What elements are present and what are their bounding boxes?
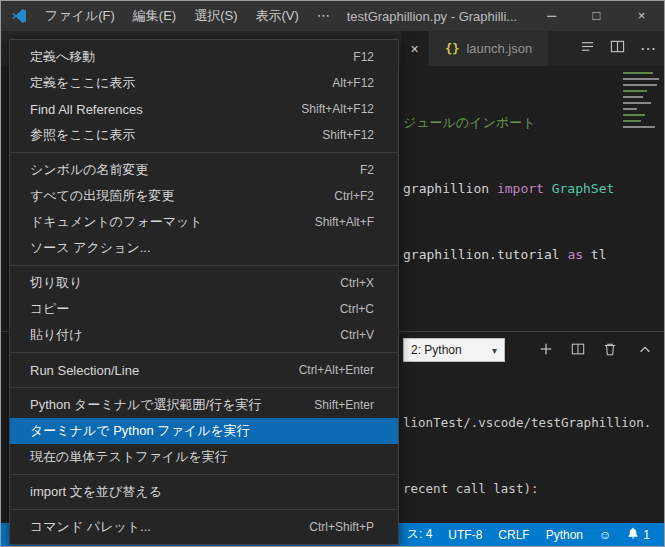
kill-terminal-trash-icon[interactable] [603, 342, 617, 360]
menu-item-shortcut: Shift+Alt+F12 [301, 102, 374, 116]
menu-item-shortcut: Ctrl+Shift+P [309, 520, 374, 534]
menu-item-label: シンボルの名前変更 [30, 161, 149, 179]
menu-item-rename-symbol[interactable]: シンボルの名前変更F2 [10, 157, 398, 183]
split-editor-icon[interactable] [610, 39, 625, 58]
menu-bar: ファイル(F) 編集(E) 選択(S) 表示(V) ⋯ [36, 1, 339, 31]
chevron-down-icon: ▾ [492, 345, 497, 356]
menu-item-shortcut: Shift+Enter [314, 398, 374, 412]
more-actions-icon[interactable]: ⋯ [640, 31, 656, 66]
menu-item-label: ターミナルで Python ファイルを実行 [30, 422, 250, 440]
code-segment: tl [583, 247, 606, 262]
language-indicator[interactable]: Python [538, 528, 591, 542]
menu-item-run-current-unit-test-file[interactable]: 現在の単体テストファイルを実行 [10, 444, 398, 470]
menu-item-shortcut: Shift+Alt+F [315, 215, 374, 229]
menu-item-shortcut: Alt+F12 [332, 76, 374, 90]
menu-item-format-document[interactable]: ドキュメントのフォーマットShift+Alt+F [10, 209, 398, 235]
feedback-smiley-icon[interactable]: ☺ [591, 528, 619, 542]
menu-item-label: 定義へ移動 [30, 48, 95, 66]
code-line: graphillion import GraphSet [403, 178, 614, 200]
menu-item-command-palette[interactable]: コマンド パレット...Ctrl+Shift+P [10, 514, 398, 540]
menu-item-paste[interactable]: 貼り付けCtrl+V [10, 322, 398, 348]
vscode-window: ファイル(F) 編集(E) 選択(S) 表示(V) ⋯ testGraphill… [0, 0, 665, 547]
menu-separator [10, 265, 398, 266]
new-terminal-icon[interactable] [539, 342, 553, 360]
menu-item-label: 切り取り [30, 274, 83, 292]
code-segment: graphillion.tutorial [403, 247, 567, 262]
code-line [403, 310, 614, 332]
menu-item-label: Python ターミナルで選択範囲/行を実行 [30, 396, 262, 414]
vscode-logo-icon [10, 7, 28, 25]
menu-selection[interactable]: 選択(S) [185, 1, 246, 31]
menu-view[interactable]: 表示(V) [247, 1, 308, 31]
menu-item-run-python-file-in-terminal[interactable]: ターミナルで Python ファイルを実行 [10, 418, 398, 444]
menu-item-find-all-references[interactable]: Find All ReferencesShift+Alt+F12 [10, 96, 398, 122]
menu-item-label: ドキュメントのフォーマット [30, 213, 203, 231]
menu-separator [10, 387, 398, 388]
menu-item-sort-imports[interactable]: import 文を並び替える [10, 479, 398, 505]
terminal-output[interactable]: lionTest/.vscode/testGraphillion. recent… [403, 368, 659, 547]
active-tab-close-icon[interactable]: × [401, 31, 428, 66]
encoding-indicator[interactable]: UTF-8 [440, 528, 490, 542]
tab-launch-json[interactable]: {} launch.json [428, 31, 548, 66]
notification-count: 1 [643, 528, 650, 542]
terminal-selector-value: 2: Python [411, 343, 462, 357]
bell-icon [627, 527, 639, 542]
menu-item-shortcut: Ctrl+F2 [334, 189, 374, 203]
open-editors-icon[interactable] [580, 39, 595, 58]
menu-separator [10, 509, 398, 510]
menu-item-run-selection-in-python-terminal[interactable]: Python ターミナルで選択範囲/行を実行Shift+Enter [10, 392, 398, 418]
menu-item-peek-definition[interactable]: 定義をここに表示Alt+F12 [10, 70, 398, 96]
menu-item-shortcut: Ctrl+V [340, 328, 374, 342]
terminal-line: recent call last): [403, 478, 659, 500]
terminal-selector[interactable]: 2: Python ▾ [403, 338, 505, 362]
close-button[interactable]: × [619, 1, 664, 31]
menu-item-label: 現在の単体テストファイルを実行 [30, 448, 228, 466]
code-segment: ジュールのインポート [403, 115, 535, 130]
menu-item-shortcut: Ctrl+Alt+Enter [299, 363, 374, 377]
maximize-panel-chevron-icon[interactable] [638, 343, 652, 361]
minimap[interactable] [620, 68, 662, 218]
menu-item-label: Run Selection/Line [30, 363, 139, 378]
editor-context-menu: 定義へ移動F12 定義をここに表示Alt+F12 Find All Refere… [9, 39, 399, 545]
menu-item-label: コピー [30, 300, 70, 318]
menu-file[interactable]: ファイル(F) [36, 1, 124, 31]
minimize-button[interactable]: ─ [529, 1, 574, 31]
menu-item-label: ソース アクション... [30, 239, 151, 257]
split-terminal-icon[interactable] [571, 342, 585, 360]
menu-item-shortcut: Ctrl+C [340, 302, 374, 316]
menu-item-peek-references[interactable]: 参照をここに表示Shift+F12 [10, 122, 398, 148]
menu-item-change-all-occurrences[interactable]: すべての出現箇所を変更Ctrl+F2 [10, 183, 398, 209]
menu-overflow[interactable]: ⋯ [308, 1, 339, 31]
maximize-button[interactable]: □ [574, 1, 619, 31]
menu-edit[interactable]: 編集(E) [124, 1, 185, 31]
menu-item-shortcut: F12 [353, 50, 374, 64]
menu-item-label: コマンド パレット... [30, 518, 151, 536]
indent-indicator[interactable]: ス: 4 [399, 526, 441, 543]
menu-item-label: import 文を並び替える [30, 483, 162, 501]
window-title: testGraphillion.py - Graphilli... [339, 9, 529, 24]
code-line: ジュールのインポート [403, 112, 614, 134]
menu-item-source-action[interactable]: ソース アクション... [10, 235, 398, 261]
code-segment: GraphSet [544, 181, 614, 196]
menu-item-shortcut: Shift+F12 [322, 128, 374, 142]
menu-item-label: すべての出現箇所を変更 [30, 187, 175, 205]
window-controls: ─ □ × [529, 1, 664, 31]
menu-item-goto-definition[interactable]: 定義へ移動F12 [10, 44, 398, 70]
menu-item-shortcut: F2 [360, 163, 374, 177]
title-bar: ファイル(F) 編集(E) 選択(S) 表示(V) ⋯ testGraphill… [1, 1, 664, 31]
terminal-actions [539, 342, 617, 360]
menu-item-cut[interactable]: 切り取りCtrl+X [10, 270, 398, 296]
terminal-line: lionTest/.vscode/testGraphillion. [403, 412, 659, 434]
menu-separator [10, 474, 398, 475]
menu-item-run-selection-line[interactable]: Run Selection/LineCtrl+Alt+Enter [10, 357, 398, 383]
json-file-icon: {} [445, 42, 459, 56]
menu-item-copy[interactable]: コピーCtrl+C [10, 296, 398, 322]
notifications-bell[interactable]: 1 [619, 527, 658, 542]
menu-item-label: Find All References [30, 102, 143, 117]
code-line: graphillion.tutorial as tl [403, 244, 614, 266]
eol-indicator[interactable]: CRLF [490, 528, 537, 542]
code-segment: graphillion [403, 181, 497, 196]
tab-label: launch.json [466, 41, 532, 56]
code-segment: import [497, 181, 544, 196]
menu-item-label: 貼り付け [30, 326, 83, 344]
